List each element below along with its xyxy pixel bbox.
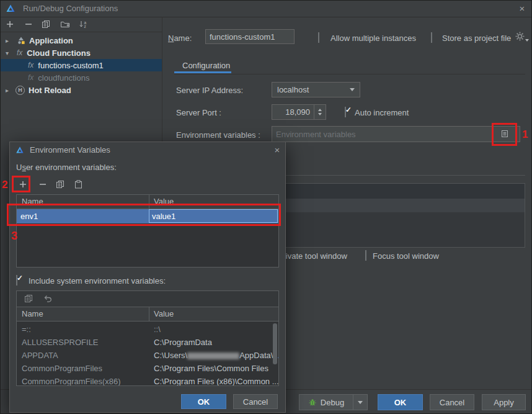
column-header-value[interactable]: Value <box>154 307 174 321</box>
copy-variable-icon[interactable] <box>56 180 64 189</box>
window-title: Run/Debug Configurations <box>23 1 118 17</box>
focus-tool-window-label: Focus tool window <box>373 251 439 261</box>
add-variable-icon[interactable] <box>19 180 27 189</box>
tree-item-label: cloudfunctions <box>38 73 89 83</box>
chevron-right-icon[interactable]: ▸ <box>6 37 12 44</box>
debug-bug-icon <box>308 398 317 407</box>
undo-icon[interactable] <box>43 294 52 303</box>
apply-button[interactable]: Apply <box>482 394 526 410</box>
system-value-cell: C:\Program Files\Common Files <box>154 364 268 373</box>
system-table-toolbar <box>17 291 278 307</box>
user-variable-row[interactable]: env1 value1 <box>17 209 278 223</box>
environment-variables-input[interactable] <box>272 126 520 142</box>
debug-button-label: Debug <box>321 398 344 407</box>
auto-increment-label: Auto increment <box>355 108 409 117</box>
system-table-header: Name Value <box>17 307 278 322</box>
tree-item-hot-reload[interactable]: ▸ H Hot Reload <box>1 84 162 96</box>
debug-dropdown-arrow-icon <box>358 401 363 404</box>
auto-increment-checkbox[interactable] <box>345 107 346 117</box>
dialog-logo-icon <box>16 146 24 156</box>
select-dropdown-arrow-icon[interactable] <box>350 88 355 91</box>
spinner-down-icon[interactable] <box>318 113 322 115</box>
application-icon <box>17 36 25 45</box>
system-variable-row[interactable]: CommonProgramFiles(x86) C:\Program Files… <box>17 375 278 386</box>
run-debug-configurations-window: Run/Debug Configurations × az ▸ Applicat… <box>0 0 532 414</box>
column-header-value[interactable]: Value <box>154 195 174 209</box>
dialog-cancel-button[interactable]: Cancel <box>233 394 278 409</box>
column-divider[interactable] <box>149 195 149 209</box>
chevron-down-icon[interactable]: ▾ <box>6 50 12 56</box>
dialog-title: Environment Variables <box>30 142 110 158</box>
system-variable-row[interactable]: ALLUSERSPROFILE C:\ProgramData <box>17 336 278 349</box>
variable-value-cell-editing[interactable]: value1 <box>149 209 278 223</box>
column-header-name[interactable]: Name <box>17 309 43 318</box>
annotation-number-1: 1 <box>522 128 528 141</box>
remove-variable-icon[interactable] <box>38 180 47 189</box>
new-folder-icon[interactable] <box>60 20 70 29</box>
store-as-project-file-checkbox[interactable] <box>431 32 432 43</box>
add-configuration-icon[interactable] <box>6 20 14 29</box>
ok-button[interactable]: OK <box>378 394 423 410</box>
server-port-label: Server Port : <box>176 108 221 117</box>
window-close-icon[interactable]: × <box>516 3 528 14</box>
tree-item-functions-custom1-selected[interactable]: fx functions-custom1 <box>1 59 162 71</box>
dialog-ok-button[interactable]: OK <box>181 394 226 409</box>
column-header-name[interactable]: Name <box>17 197 43 206</box>
name-input[interactable] <box>205 29 295 44</box>
sort-configurations-icon[interactable]: az <box>79 20 89 29</box>
tree-item-label: Application <box>29 36 73 45</box>
variable-value-text: value1 <box>152 212 175 221</box>
user-env-variables-label: User environment variables: <box>16 163 117 172</box>
spinner-stepper[interactable] <box>314 105 326 119</box>
copy-system-variable-icon[interactable] <box>24 294 33 303</box>
system-value-cell: C:\ProgramData <box>154 338 212 347</box>
system-variable-row[interactable]: CommonProgramFiles C:\Program Files\Comm… <box>17 362 278 375</box>
fx-icon: fx <box>17 48 22 57</box>
column-divider[interactable] <box>149 307 149 321</box>
scrollbar-thumb[interactable] <box>273 323 277 364</box>
server-port-spinner[interactable]: 18,090 <box>272 104 326 120</box>
variable-name-cell[interactable]: env1 <box>20 212 38 221</box>
tab-configuration[interactable]: Configuration <box>182 61 230 70</box>
app-logo-icon <box>6 4 16 16</box>
store-as-project-file-label: Store as project file <box>442 34 511 43</box>
dialog-close-icon[interactable]: × <box>272 145 283 156</box>
copy-configuration-icon[interactable] <box>42 20 50 29</box>
debug-button[interactable]: Debug <box>299 394 353 410</box>
gear-icon[interactable] <box>515 32 525 41</box>
include-system-env-label: Include system environment variables: <box>29 276 166 286</box>
hot-reload-icon: H <box>16 86 25 95</box>
tree-item-cloudfunctions[interactable]: fx cloudfunctions <box>1 71 162 84</box>
include-system-env-checkbox[interactable] <box>16 275 17 286</box>
system-name-cell: =:: <box>22 325 31 334</box>
tree-item-label: functions-custom1 <box>38 61 104 70</box>
system-variable-row[interactable]: APPDATA C:\Users\AppData\... <box>17 349 278 362</box>
tree-item-label: Cloud Functions <box>27 48 91 58</box>
tab-separator <box>174 74 525 74</box>
allow-multiple-instances-checkbox[interactable] <box>318 32 319 43</box>
gear-dropdown-arrow-icon[interactable] <box>525 39 529 42</box>
remove-configuration-icon[interactable] <box>24 20 33 29</box>
focus-tool-window-checkbox[interactable] <box>365 250 366 261</box>
annotation-number-2: 2 <box>2 179 7 191</box>
system-variable-row[interactable]: =:: ::\ <box>17 323 278 336</box>
system-variables-table: Name Value =:: ::\ ALLUSERSPROFILE C:\Pr… <box>16 290 279 386</box>
system-value-cell: ::\ <box>154 325 161 334</box>
debug-dropdown-button[interactable] <box>353 394 368 410</box>
tree-item-application[interactable]: ▸ Application <box>1 34 162 47</box>
name-label: Name: <box>168 34 192 43</box>
allow-multiple-instances-label: Allow multiple instances <box>330 34 416 43</box>
browse-environment-variables-icon[interactable] <box>501 130 508 138</box>
server-ip-select[interactable]: localhost <box>272 82 360 97</box>
server-ip-value: localhost <box>272 85 350 94</box>
user-variables-table: Name Value env1 value1 <box>16 194 279 268</box>
annotation-number-3: 3 <box>11 230 17 243</box>
tree-item-label: Hot Reload <box>29 86 71 95</box>
spinner-up-icon[interactable] <box>318 109 322 111</box>
tree-item-cloud-functions[interactable]: ▾ fx Cloud Functions <box>1 47 162 59</box>
chevron-right-icon[interactable]: ▸ <box>6 87 12 94</box>
tree-toolbar: az <box>1 17 162 32</box>
paste-variable-icon[interactable] <box>74 180 82 189</box>
cancel-button[interactable]: Cancel <box>430 394 474 410</box>
redacted-username <box>187 353 239 359</box>
